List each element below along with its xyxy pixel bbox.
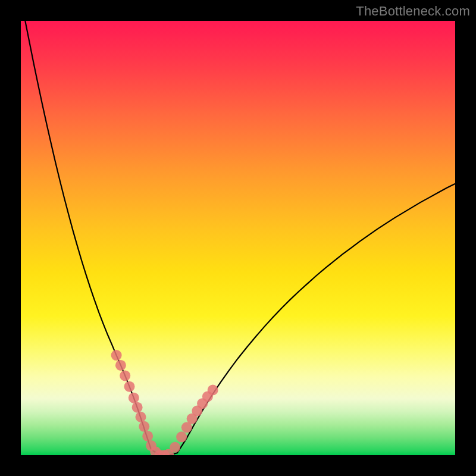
marker-dot (124, 381, 135, 392)
watermark-label: TheBottleneck.com (356, 4, 470, 19)
marker-dot (132, 402, 143, 413)
marker-dot (208, 385, 218, 396)
marker-dot (176, 431, 187, 442)
chart-frame: TheBottleneck.com (0, 0, 476, 476)
marker-dot (111, 350, 122, 361)
chart-svg (21, 21, 455, 455)
marker-dot (135, 412, 146, 422)
marker-dot (129, 393, 139, 403)
marker-dot (115, 360, 126, 371)
marker-dot (139, 421, 149, 432)
marker-group (111, 350, 218, 455)
marker-dot (120, 370, 130, 381)
marker-dot (170, 442, 180, 453)
marker-dot (142, 431, 153, 441)
plot-area (21, 21, 455, 455)
curve-line (25, 21, 455, 455)
